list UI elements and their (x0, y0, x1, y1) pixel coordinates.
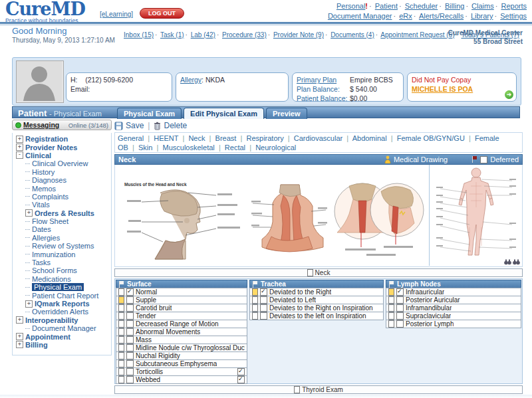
nav-erx[interactable]: eRx (399, 12, 412, 20)
sidebar-item-clinical[interactable]: -Clinical (13, 151, 111, 159)
finding-checkbox[interactable] (260, 304, 267, 312)
sidebar-item-interoperability[interactable]: +Interoperability (13, 316, 111, 324)
finding-row[interactable]: Midline Nodule c/w Thyroglossal Duct (116, 344, 247, 352)
finding-checkbox[interactable] (396, 288, 404, 296)
sidebar-item-appointment[interactable]: +Appointment (13, 332, 111, 340)
note-icon[interactable] (118, 352, 124, 359)
note-icon[interactable] (118, 312, 124, 320)
note-icon[interactable] (118, 304, 124, 312)
expand-icon[interactable]: + (16, 144, 23, 151)
trailing-checkbox[interactable] (237, 376, 245, 383)
sidebar-item-iqmark-reports[interactable]: +IQmark Reports (13, 300, 111, 308)
thyroid-exam-bar[interactable]: Thyroid Exam (114, 385, 523, 394)
medical-drawing-area[interactable]: Muscles of the Head and Neck (114, 165, 523, 267)
finding-checkbox[interactable] (126, 328, 134, 336)
category-heent[interactable]: HEENT (154, 134, 188, 142)
tab-preview[interactable]: Preview (266, 108, 307, 119)
category-neurological[interactable]: Neurological (255, 144, 296, 151)
sidebar-item-overridden-alerts[interactable]: Overridden Alerts (13, 308, 111, 316)
primary-plan-label[interactable]: Primary Plan (297, 75, 350, 84)
nav-claims[interactable]: Claims (471, 2, 494, 10)
expand-icon[interactable]: + (16, 341, 23, 348)
sidebar-item-history[interactable]: History (13, 168, 111, 176)
sidebar-item-document-manager[interactable]: Document Manager (13, 324, 111, 332)
note-icon[interactable] (118, 320, 124, 328)
note-icon[interactable] (388, 304, 394, 312)
nav-settings[interactable]: Settings (500, 12, 527, 20)
head-neck-muscles-illustration[interactable]: Muscles of the Head and Neck (122, 181, 245, 262)
tab-physical-exam[interactable]: Physical Exam (117, 108, 182, 119)
messaging-label[interactable]: Messaging (23, 121, 59, 129)
nav-reports[interactable]: Reports (501, 2, 527, 10)
sidebar-item-flow-sheet[interactable]: Flow Sheet (13, 217, 111, 225)
trailing-checkbox[interactable] (237, 368, 245, 375)
expand-icon[interactable]: + (25, 300, 33, 308)
finding-checkbox[interactable] (126, 344, 134, 351)
delete-button[interactable]: Delete (154, 121, 187, 130)
finding-checkbox[interactable] (126, 288, 134, 296)
finding-checkbox[interactable] (126, 304, 134, 312)
full-body-figure-panel[interactable] (429, 165, 523, 266)
finding-checkbox[interactable] (126, 352, 134, 359)
medical-drawing-label[interactable]: Medical Drawing (394, 155, 448, 163)
finding-checkbox[interactable] (126, 336, 134, 344)
note-icon[interactable] (118, 360, 124, 367)
link-task[interactable]: Task (1) (160, 31, 184, 39)
go-arrow-icon[interactable]: ➜ (505, 90, 513, 99)
sidebar-item-diagnoses[interactable]: Diagnoses (13, 176, 111, 184)
sidebar-item-memos[interactable]: Memos (13, 184, 111, 192)
note-icon[interactable] (388, 320, 394, 328)
poa-alert-link[interactable]: MICHELLE IS POA (412, 84, 512, 94)
category-breast[interactable]: Breast (215, 134, 247, 142)
save-button[interactable]: Save (114, 121, 144, 130)
elearning-link[interactable]: [eLearning] (100, 11, 133, 18)
finding-checkbox[interactable] (126, 312, 134, 320)
link-appointment-request[interactable]: Appointment Request (6) (380, 31, 454, 39)
category-female-obgyngu[interactable]: Female OB/GYN/GU (397, 134, 475, 142)
link-lab[interactable]: Lab (42) (191, 31, 215, 39)
note-icon[interactable] (252, 288, 258, 296)
binoculars-icon-2[interactable] (513, 259, 520, 265)
finding-row[interactable]: Posterior Lymph (386, 320, 521, 328)
category-abdominal[interactable]: Abdominal (352, 134, 397, 142)
note-icon[interactable] (252, 296, 258, 304)
category-neck[interactable]: Neck (188, 134, 215, 142)
nav-personal[interactable]: Personal (336, 2, 365, 10)
finding-checkbox[interactable] (126, 376, 134, 383)
sidebar-item-immunization[interactable]: Immunization (13, 250, 111, 258)
logout-button[interactable]: LOG OUT (140, 8, 184, 19)
sidebar-item-review-of-systems[interactable]: Review of Systems (13, 242, 111, 250)
category-cardiovascular[interactable]: Cardiovascular (294, 134, 352, 142)
note-icon[interactable] (252, 304, 258, 312)
messaging-bar[interactable]: Messaging Online (3/148) (12, 120, 112, 130)
category-skin[interactable]: Skin (138, 144, 163, 151)
finding-checkbox[interactable] (260, 312, 267, 320)
sidebar-item-billing[interactable]: +Billing (13, 341, 111, 349)
patient-avatar[interactable] (16, 60, 64, 103)
sidebar-item-registration[interactable]: +Registration (13, 135, 111, 143)
expand-icon[interactable]: + (25, 209, 33, 217)
sidebar-item-orders-results[interactable]: +Orders & Results (13, 209, 111, 217)
note-icon[interactable] (118, 344, 124, 351)
category-musculoskeletal[interactable]: Musculoskeletal (163, 144, 225, 151)
finding-checkbox[interactable] (126, 360, 134, 367)
note-icon[interactable] (388, 312, 394, 320)
binoculars-icon[interactable] (504, 259, 511, 265)
note-icon[interactable] (118, 368, 124, 375)
curemd-logo[interactable]: CureMD Practice without boundaries (5, 1, 85, 24)
sidebar-item-complaints[interactable]: Complaints (13, 193, 111, 201)
link-procedure[interactable]: Procedure (33) (222, 31, 267, 39)
note-icon[interactable] (118, 336, 124, 344)
sidebar-item-clinical-overview[interactable]: Clinical Overview (13, 159, 111, 167)
note-icon[interactable] (388, 288, 394, 296)
sidebar-item-dates[interactable]: Dates (13, 225, 111, 233)
nav-library[interactable]: Library (471, 12, 493, 20)
sidebar-item-tasks[interactable]: Tasks (13, 258, 111, 266)
note-icon[interactable] (252, 312, 258, 320)
finding-checkbox[interactable] (396, 304, 404, 312)
category-rectal[interactable]: Rectal (225, 144, 255, 151)
finding-checkbox[interactable] (396, 320, 404, 328)
sidebar-item-physical-exam[interactable]: Physical Exam (13, 283, 111, 291)
nav-billing[interactable]: Billing (445, 2, 464, 10)
finding-row[interactable]: Deviates to the left on Inspiration (249, 312, 384, 320)
